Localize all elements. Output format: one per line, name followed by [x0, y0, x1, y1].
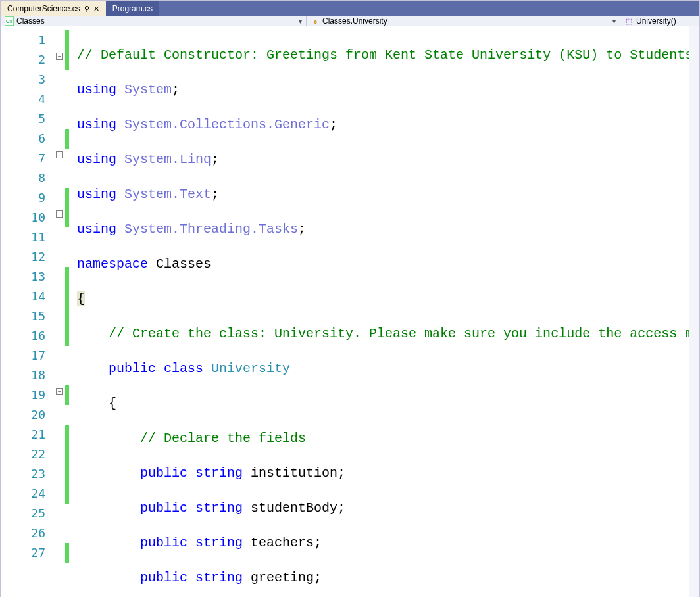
code-area[interactable]: // Default Constructor: Greetings from K…	[69, 26, 689, 597]
nav-project-dropdown[interactable]: C# Classes ▾	[1, 16, 307, 26]
nav-member-dropdown[interactable]: ⬚ University()	[620, 16, 699, 26]
csharp-icon: C#	[5, 16, 14, 26]
fold-toggle[interactable]: −	[56, 151, 63, 158]
nav-project-label: Classes	[16, 16, 45, 26]
close-icon[interactable]: ✕	[93, 5, 99, 13]
nav-scope-dropdown[interactable]: 🝔 Classes.University ▾	[307, 16, 620, 26]
tab-label: Program.cs	[113, 4, 153, 13]
line-number-gutter: 123 456 789 101112 131415 161718 192021 …	[1, 26, 55, 597]
code-editor[interactable]: 123 456 789 101112 131415 161718 192021 …	[1, 26, 689, 597]
fold-toggle[interactable]: −	[56, 388, 63, 395]
fold-gutter: − − − −	[55, 26, 65, 597]
tab-bar: ComputerScience.cs ⚲ ✕ Program.cs	[1, 1, 699, 16]
nav-bar: C# Classes ▾ 🝔 Classes.University ▾ ⬚ Un…	[1, 16, 699, 26]
chevron-down-icon: ▾	[612, 18, 616, 25]
fold-toggle[interactable]: −	[56, 53, 63, 60]
class-icon: 🝔	[311, 16, 320, 26]
chevron-down-icon: ▾	[299, 18, 302, 25]
editor-window: ComputerScience.cs ⚲ ✕ Program.cs C# Cla…	[0, 0, 700, 597]
nav-member-label: University()	[636, 16, 676, 26]
method-icon: ⬚	[624, 16, 634, 26]
tab-active[interactable]: ComputerScience.cs ⚲ ✕	[1, 1, 106, 16]
scroll-map[interactable]	[689, 26, 699, 597]
pin-icon[interactable]: ⚲	[84, 5, 89, 13]
tab-inactive[interactable]: Program.cs	[106, 1, 159, 16]
fold-toggle[interactable]: −	[56, 210, 63, 218]
tab-label: ComputerScience.cs	[7, 4, 80, 13]
nav-scope-label: Classes.University	[322, 16, 388, 26]
